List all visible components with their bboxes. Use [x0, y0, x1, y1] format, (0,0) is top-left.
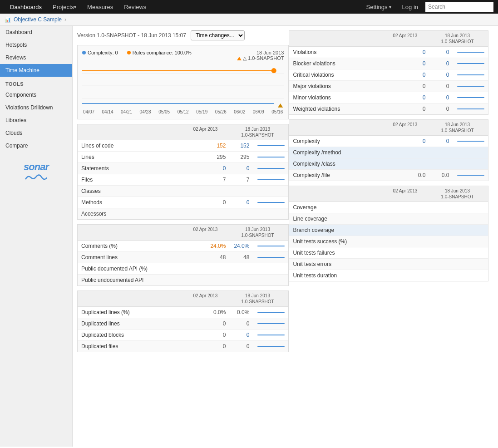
spark-line-icon [257, 335, 285, 335]
x-label-4: 05/05 [158, 109, 170, 114]
data-val-2: 0 [446, 60, 454, 67]
table-row: Duplicated files00 [78, 341, 288, 352]
comments-panel-header: 02 Apr 2013 18 Jun 20131.0-SNAPSHOT [78, 225, 288, 241]
data-val-2: 0 [446, 83, 454, 89]
legend-rules: Rules compliance: 100.0% [127, 50, 192, 55]
violations-panel-header: 02 Apr 2013 18 Jun 20131.0-SNAPSHOT [289, 31, 488, 47]
x-label-7: 05/26 [215, 109, 227, 114]
data-val-2: 0 [446, 94, 454, 101]
project-icon: 📊 [5, 17, 11, 23]
table-row: Minor violations00 [289, 92, 488, 103]
comments-rows-container: Comments (%)24.0%24.0%Comment lines4848P… [78, 241, 288, 286]
x-label-9: 06/09 [253, 109, 264, 114]
data-label: Weighted violations [293, 106, 380, 112]
sidebar-item-violations-drilldown[interactable]: Violations Drilldown [0, 101, 72, 114]
sidebar-item-reviews[interactable]: Reviews [0, 51, 72, 64]
version-bar: Version 1.0-SNAPSHOT - 18 Jun 2013 15:07… [77, 30, 289, 40]
table-row: Methods00 [78, 197, 288, 208]
data-val-2: 7 [247, 177, 254, 183]
data-val-1: 295 [180, 154, 230, 160]
data-val-2: 0.0% [237, 309, 254, 315]
data-val-2: 48 [243, 254, 254, 261]
nav-projects[interactable]: Projects [47, 0, 82, 14]
x-label-0: 04/07 [83, 109, 94, 114]
table-row: Files77 [78, 174, 288, 186]
spark-line-icon [257, 202, 285, 203]
data-val-2-wrap: 0 [430, 60, 484, 67]
table-row: Unit tests duration [289, 270, 488, 281]
data-val-2: 0 [446, 138, 454, 144]
size-col-label [81, 126, 180, 138]
data-label: Unit tests errors [293, 261, 380, 267]
sidebar-item-compare[interactable]: Compare [0, 139, 72, 152]
login-button[interactable]: Log in [399, 4, 422, 10]
duplication-rows-container: Duplicated lines (%)0.0%0.0%Duplicated l… [78, 307, 288, 352]
nav-measures[interactable]: Measures [82, 0, 118, 14]
data-val-2-wrap: 295 [230, 154, 285, 160]
nav-dashboards[interactable]: Dashboards [5, 0, 47, 14]
comments-col-date1: 02 Apr 2013 [180, 226, 230, 238]
table-row: Weighted violations00 [289, 103, 488, 114]
data-val-2: 0 [247, 320, 254, 327]
size-col-date2: 18 Jun 20131.0-SNAPSHOT [230, 126, 285, 138]
svg-marker-4 [278, 103, 283, 108]
comp-col-date1: 02 Apr 2013 [380, 122, 430, 133]
data-val-1: 0 [180, 320, 230, 327]
right-panels: 02 Apr 2013 18 Jun 20131.0-SNAPSHOT Viol… [289, 30, 488, 442]
search-input[interactable] [425, 2, 493, 12]
main-layout: Dashboard Hotspots Reviews Time Machine … [0, 26, 498, 447]
legend-complexity: Complexity: 0 [82, 50, 118, 55]
sidebar-item-components[interactable]: Components [0, 89, 72, 101]
complexity-panel-header: 02 Apr 2013 18 Jun 20131.0-SNAPSHOT [289, 120, 488, 136]
coverage-panel-header: 02 Apr 2013 18 Jun 20131.0-SNAPSHOT [289, 186, 488, 202]
legend-complexity-label: Complexity: 0 [88, 50, 118, 55]
settings-menu[interactable]: Settings [363, 4, 395, 10]
data-val-1: 0 [380, 94, 430, 101]
sidebar-item-hotspots[interactable]: Hotspots [0, 39, 72, 51]
data-val-2: 0 [446, 106, 454, 112]
violations-panel: 02 Apr 2013 18 Jun 20131.0-SNAPSHOT Viol… [289, 30, 488, 115]
table-row: Public documented API (%) [78, 263, 288, 275]
spark-line-icon [457, 175, 484, 176]
dup-col-date1: 02 Apr 2013 [180, 293, 230, 305]
breadcrumb-project-link[interactable]: Objective C Sample [14, 16, 62, 23]
data-val-2: 0.0 [442, 172, 454, 178]
data-val-1: 0 [380, 138, 430, 144]
data-val-2-wrap: 0 [230, 332, 285, 338]
table-row: Line coverage [289, 213, 488, 225]
sidebar-item-dashboard[interactable]: Dashboard [0, 26, 72, 39]
spark-line-icon [457, 63, 484, 64]
snapshot-triangle-icon [237, 57, 242, 60]
sidebar-item-clouds[interactable]: Clouds [0, 127, 72, 139]
data-label: Complexity [293, 138, 380, 144]
dup-col-label [81, 293, 180, 305]
data-val-1: 0 [380, 49, 430, 55]
table-row: Branch coverage [289, 225, 488, 236]
spark-line-icon [257, 246, 285, 246]
chart-legend: Complexity: 0 Rules compliance: 100.0% [82, 50, 192, 55]
data-label: Line coverage [293, 216, 380, 222]
data-label: Unit tests failures [293, 250, 380, 256]
data-label: Blocker violations [293, 60, 380, 67]
data-val-2: 295 [240, 154, 254, 160]
time-changes-select[interactable]: Time changes... [191, 30, 245, 40]
table-row: Lines295295 [78, 152, 288, 163]
data-val-2: 0 [247, 165, 254, 172]
complexity-rows-container: Complexity00Complexity /methodComplexity… [289, 136, 488, 181]
data-val-2-wrap: 0 [430, 138, 484, 144]
sidebar-item-time-machine[interactable]: Time Machine [0, 64, 72, 77]
spark-line-icon [257, 157, 285, 158]
data-label: Methods [81, 199, 180, 206]
coverage-rows-container: CoverageLine coverageBranch coverageUnit… [289, 202, 488, 281]
sidebar-item-libraries[interactable]: Libraries [0, 114, 72, 127]
data-label: Critical violations [293, 72, 380, 78]
spark-line-icon [457, 52, 484, 53]
cov-col-label [293, 188, 380, 200]
data-label: Minor violations [293, 94, 380, 101]
nav-reviews[interactable]: Reviews [118, 0, 152, 14]
data-val-2-wrap: 24.0% [230, 243, 285, 249]
data-label: Statements [81, 165, 180, 172]
x-label-6: 05/19 [196, 109, 207, 114]
data-label: Files [81, 177, 180, 183]
data-label: Major violations [293, 83, 380, 89]
